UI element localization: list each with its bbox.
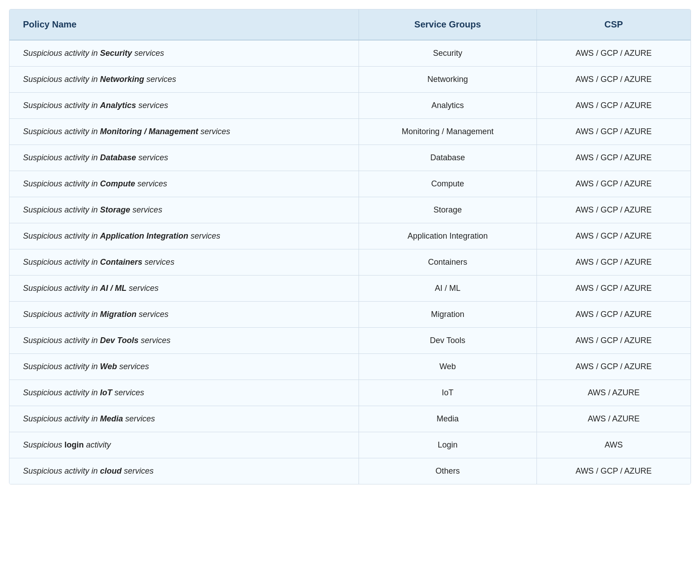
policy-prefix: Suspicious activity in (23, 75, 100, 84)
policy-table: Policy Name Service Groups CSP Suspiciou… (9, 9, 691, 484)
table-row: Suspicious activity in Application Integ… (9, 223, 691, 249)
table-header-row: Policy Name Service Groups CSP (9, 9, 691, 40)
service-group-cell: Monitoring / Management (359, 119, 536, 145)
policy-keyword: Containers (100, 258, 142, 267)
csp-cell: AWS / GCP / AZURE (536, 197, 691, 223)
policy-suffix: services (188, 231, 220, 240)
csp-cell: AWS / GCP / AZURE (536, 249, 691, 276)
csp-cell: AWS / GCP / AZURE (536, 145, 691, 171)
policy-name-cell: Suspicious login activity (9, 432, 359, 458)
policy-keyword: Networking (100, 75, 144, 84)
policy-name-cell: Suspicious activity in Web services (9, 354, 359, 380)
table-row: Suspicious activity in Media servicesMed… (9, 406, 691, 432)
table-row: Suspicious activity in Networking servic… (9, 67, 691, 93)
policy-name-cell: Suspicious activity in Compute services (9, 171, 359, 197)
policy-prefix: Suspicious activity in (23, 127, 100, 136)
service-group-cell: Web (359, 354, 536, 380)
csp-cell: AWS / GCP / AZURE (536, 223, 691, 249)
policy-suffix: services (142, 258, 174, 267)
policy-suffix: services (130, 205, 162, 214)
policy-name-cell: Suspicious activity in Database services (9, 145, 359, 171)
policy-keyword: IoT (100, 388, 112, 397)
service-group-cell: Networking (359, 67, 536, 93)
policy-prefix: Suspicious activity in (23, 336, 100, 345)
table-row: Suspicious activity in Security services… (9, 40, 691, 67)
csp-cell: AWS (536, 432, 691, 458)
policy-prefix: Suspicious activity in (23, 258, 100, 267)
csp-cell: AWS / GCP / AZURE (536, 40, 691, 67)
policy-suffix: services (136, 153, 168, 162)
policy-name-cell: Suspicious activity in Storage services (9, 197, 359, 223)
policy-keyword: Storage (100, 205, 130, 214)
policy-keyword: Security (100, 49, 132, 58)
policy-name-cell: Suspicious activity in Containers servic… (9, 249, 359, 276)
policy-keyword: Analytics (100, 101, 136, 110)
policy-prefix: Suspicious activity in (23, 362, 100, 371)
policy-suffix: services (132, 49, 164, 58)
table-row: Suspicious activity in Compute servicesC… (9, 171, 691, 197)
table-row: Suspicious activity in Monitoring / Mana… (9, 119, 691, 145)
policy-suffix: services (127, 284, 159, 293)
service-group-cell: Security (359, 40, 536, 67)
policy-prefix: Suspicious (23, 440, 64, 449)
table-row: Suspicious activity in Database services… (9, 145, 691, 171)
service-group-cell: Dev Tools (359, 328, 536, 354)
csp-cell: AWS / GCP / AZURE (536, 458, 691, 484)
csp-cell: AWS / GCP / AZURE (536, 171, 691, 197)
policy-prefix: Suspicious activity in (23, 310, 100, 319)
table-row: Suspicious activity in Migration service… (9, 302, 691, 328)
policy-suffix: services (136, 310, 168, 319)
policy-keyword: cloud (100, 466, 122, 475)
csp-cell: AWS / GCP / AZURE (536, 119, 691, 145)
policy-prefix: Suspicious activity in (23, 284, 100, 293)
service-group-cell: Containers (359, 249, 536, 276)
policy-prefix: Suspicious activity in (23, 388, 100, 397)
header-policy-name: Policy Name (9, 9, 359, 40)
service-group-cell: Storage (359, 197, 536, 223)
csp-cell: AWS / GCP / AZURE (536, 302, 691, 328)
policy-name-cell: Suspicious activity in IoT services (9, 380, 359, 406)
policy-suffix: services (198, 127, 230, 136)
csp-cell: AWS / GCP / AZURE (536, 67, 691, 93)
table-row: Suspicious activity in cloud servicesOth… (9, 458, 691, 484)
table-row: Suspicious activity in Containers servic… (9, 249, 691, 276)
service-group-cell: Media (359, 406, 536, 432)
service-group-cell: Database (359, 145, 536, 171)
csp-cell: AWS / GCP / AZURE (536, 93, 691, 119)
csp-cell: AWS / GCP / AZURE (536, 276, 691, 302)
policy-name-cell: Suspicious activity in cloud services (9, 458, 359, 484)
policy-suffix: services (123, 414, 155, 423)
table-row: Suspicious activity in Web servicesWebAW… (9, 354, 691, 380)
service-group-cell: Login (359, 432, 536, 458)
csp-cell: AWS / AZURE (536, 380, 691, 406)
header-csp: CSP (536, 9, 691, 40)
policy-prefix: Suspicious activity in (23, 414, 100, 423)
policy-name-cell: Suspicious activity in Media services (9, 406, 359, 432)
service-group-cell: IoT (359, 380, 536, 406)
table-row: Suspicious activity in Storage servicesS… (9, 197, 691, 223)
policy-prefix: Suspicious activity in (23, 205, 100, 214)
policy-name-cell: Suspicious activity in Dev Tools service… (9, 328, 359, 354)
policy-keyword: Database (100, 153, 136, 162)
header-service-groups: Service Groups (359, 9, 536, 40)
policy-keyword: login (64, 440, 84, 449)
policy-name-cell: Suspicious activity in Migration service… (9, 302, 359, 328)
service-group-cell: Analytics (359, 93, 536, 119)
policy-keyword: Monitoring / Management (100, 127, 198, 136)
service-group-cell: Compute (359, 171, 536, 197)
service-group-cell: Migration (359, 302, 536, 328)
csp-cell: AWS / GCP / AZURE (536, 354, 691, 380)
policy-keyword: Web (100, 362, 117, 371)
csp-cell: AWS / AZURE (536, 406, 691, 432)
policy-prefix: Suspicious activity in (23, 179, 100, 188)
policy-prefix: Suspicious activity in (23, 101, 100, 110)
table-row: Suspicious login activityLoginAWS (9, 432, 691, 458)
policy-prefix: Suspicious activity in (23, 153, 100, 162)
table-row: Suspicious activity in Analytics service… (9, 93, 691, 119)
table-row: Suspicious activity in Dev Tools service… (9, 328, 691, 354)
policy-prefix: Suspicious activity in (23, 49, 100, 58)
service-group-cell: AI / ML (359, 276, 536, 302)
policy-suffix: activity (84, 440, 111, 449)
policy-name-cell: Suspicious activity in Analytics service… (9, 93, 359, 119)
policy-name-cell: Suspicious activity in AI / ML services (9, 276, 359, 302)
